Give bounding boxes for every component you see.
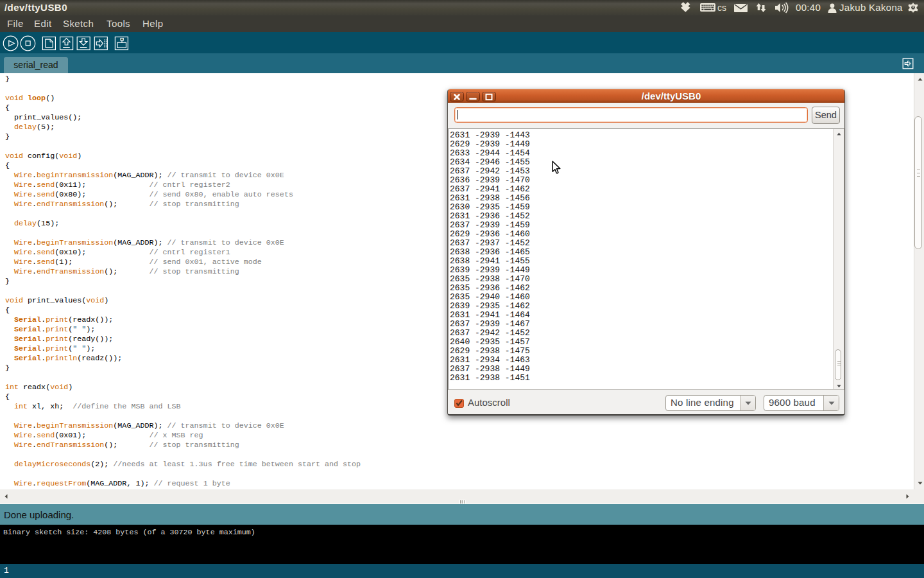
svg-text:cs: cs: [717, 3, 726, 13]
